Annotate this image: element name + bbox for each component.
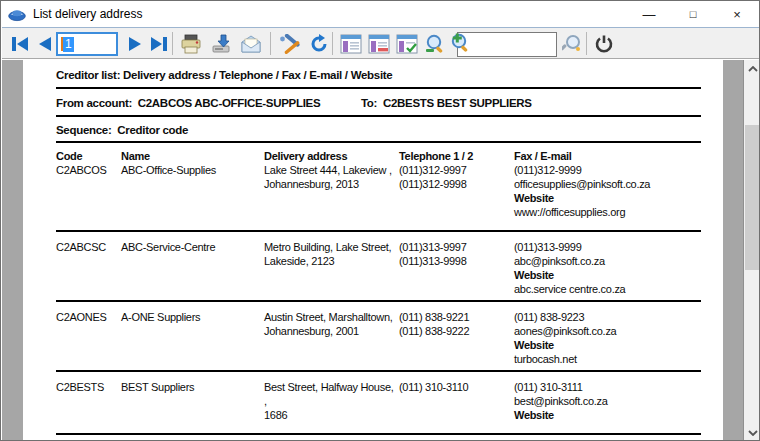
titlebar[interactable]: List delivery address — □ × (1, 1, 759, 27)
page-number-value: 1 (63, 37, 74, 52)
previous-page-icon (36, 35, 54, 53)
website-label: Website (514, 268, 699, 282)
export-save-icon (210, 34, 232, 54)
close-button[interactable]: × (715, 1, 759, 27)
cell-name: BEST Suppliers (121, 380, 261, 394)
print-button[interactable] (178, 31, 204, 57)
cell-fax-email: (011)313-9999 abc@pinksoft.co.za Website… (514, 240, 699, 296)
window-title: List delivery address (33, 7, 142, 21)
settings-button[interactable] (276, 31, 302, 57)
search-icon (562, 33, 584, 55)
search-button[interactable] (560, 31, 586, 57)
scroll-down-button[interactable] (744, 424, 760, 441)
report-range-line: From account: C2ABCOS ABC-OFFICE-SUPPLIE… (56, 96, 320, 110)
toolbar-separator (172, 32, 173, 55)
vertical-scrollbar[interactable] (743, 60, 760, 441)
sequence-line: Sequence: Creditor code (56, 123, 188, 137)
app-icon (8, 6, 26, 22)
to-account-label: To: (361, 97, 377, 109)
cell-address: Lake Street 444, Lakeview ,Johannesburg,… (264, 163, 396, 191)
cell-address: Austin Street, Marshalltown,Johannesburg… (264, 310, 396, 338)
cell-code: C2ABCSC (56, 240, 118, 254)
minimize-button[interactable]: — (627, 1, 671, 27)
layout-whole-page-button[interactable] (394, 31, 420, 57)
cell-fax-email: (011)312-9999 officesupplies@pinksoft.co… (514, 163, 699, 219)
row-divider (56, 230, 701, 232)
sequence-label: Sequence: (56, 124, 111, 136)
from-account-label: From account: (56, 97, 132, 109)
to-account-value: C2BESTS BEST SUPPLIERS (383, 97, 532, 109)
row-divider (56, 433, 701, 435)
layout-page-break-button[interactable] (366, 31, 392, 57)
next-page-button[interactable] (122, 31, 148, 57)
report-page: Creditor list: Delivery address / Teleph… (23, 60, 723, 441)
cell-name: ABC-Service-Centre (121, 240, 261, 254)
column-header-name: Name (121, 149, 261, 163)
toolbar-separator (332, 32, 333, 55)
cell-code: C2BESTS (56, 380, 118, 394)
zoom-in-button[interactable] (447, 30, 473, 56)
settings-tools-icon (278, 34, 300, 54)
from-account-value: C2ABCOS ABC-OFFICE-SUPPLIES (138, 97, 321, 109)
toolbar: 1 (2, 27, 760, 59)
refresh-button[interactable] (306, 31, 332, 57)
previous-page-button[interactable] (32, 31, 58, 57)
cell-telephone: (011) 310-3110 (399, 380, 511, 394)
email-button[interactable] (238, 31, 264, 57)
report-preview-area: Creditor list: Delivery address / Teleph… (2, 60, 760, 441)
cell-address: Best Street, Halfway House, ,1686 (264, 380, 396, 422)
report-divider (56, 115, 701, 117)
column-header-delivery-address: Delivery address (264, 149, 396, 163)
cell-code: C2AONES (56, 310, 118, 324)
cell-name: ABC-Office-Supplies (121, 163, 261, 177)
layout-single-page-icon (340, 34, 362, 54)
website-label: Website (514, 191, 699, 205)
chevron-up-icon (748, 66, 758, 72)
cell-name: A-ONE Suppliers (121, 310, 261, 324)
website-label: Website (514, 408, 699, 422)
layout-whole-page-icon (396, 34, 418, 54)
cell-telephone: (011)313-9997(011)313-9998 (399, 240, 511, 268)
toolbar-separator (586, 32, 587, 55)
cell-telephone: (011)312-9997(011)312-9998 (399, 163, 511, 191)
scrollbar-thumb[interactable] (745, 125, 760, 270)
column-header-telephone: Telephone 1 / 2 (399, 149, 511, 163)
column-header-code: Code (56, 149, 118, 163)
email-icon (240, 34, 262, 54)
zoom-in-icon (449, 32, 471, 54)
column-header-fax-email: Fax / E-mail (514, 149, 699, 163)
power-button[interactable] (591, 31, 617, 57)
cell-address: Metro Building, Lake Street,Lakeside, 21… (264, 240, 396, 268)
report-divider (56, 87, 701, 89)
layout-single-page-button[interactable] (338, 31, 364, 57)
cell-telephone: (011) 838-9221(011) 838-9222 (399, 310, 511, 338)
maximize-button[interactable]: □ (671, 1, 715, 27)
scroll-up-button[interactable] (744, 60, 760, 77)
refresh-icon (309, 34, 329, 54)
last-page-icon (149, 35, 169, 53)
first-page-button[interactable] (7, 31, 33, 57)
power-icon (594, 34, 614, 54)
first-page-icon (10, 35, 30, 53)
row-divider (56, 370, 701, 372)
sequence-value: Creditor code (117, 124, 188, 136)
last-page-button[interactable] (146, 31, 172, 57)
toolbar-separator (270, 32, 271, 55)
zoom-out-icon (424, 33, 446, 55)
to-account: To: C2BESTS BEST SUPPLIERS (361, 96, 532, 110)
row-divider (56, 300, 701, 302)
cell-code: C2ABCOS (56, 163, 118, 177)
website-label: Website (514, 338, 699, 352)
next-page-icon (126, 35, 144, 53)
report-window: List delivery address — □ × 1 (0, 0, 760, 441)
report-divider (56, 141, 701, 143)
chevron-down-icon (748, 430, 758, 436)
zoom-out-button[interactable] (422, 31, 448, 57)
page-number-input[interactable]: 1 (56, 32, 118, 56)
export-save-button[interactable] (208, 31, 234, 57)
cell-fax-email: (011) 310-3111 best@pinksoft.co.za Websi… (514, 380, 699, 422)
layout-page-break-icon (368, 34, 390, 54)
cell-fax-email: (011) 838-9223 aones@pinksoft.co.za Webs… (514, 310, 699, 366)
report-title: Creditor list: Delivery address / Teleph… (56, 68, 392, 82)
print-icon (180, 34, 202, 54)
